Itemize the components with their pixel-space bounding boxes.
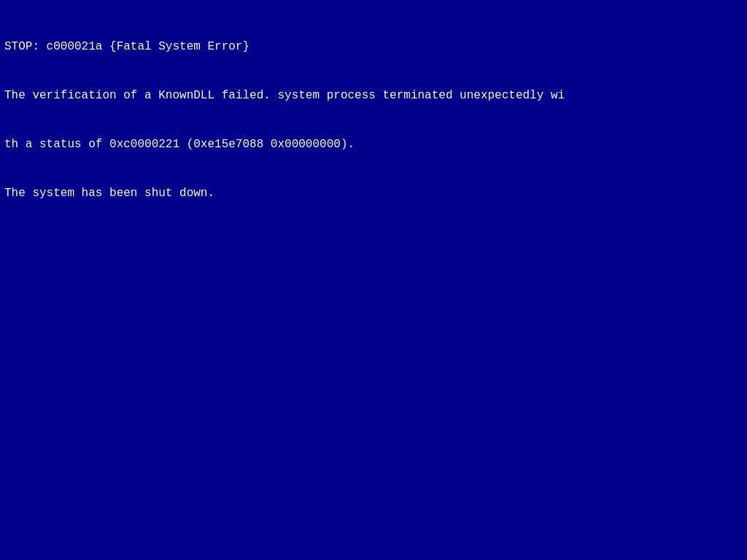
error-line-2: The verification of a KnownDLL failed. s… <box>4 88 743 104</box>
error-line-3: th a status of 0xc0000221 (0xe15e7088 0x… <box>4 136 743 152</box>
error-line-4: The system has been shut down. <box>4 185 743 201</box>
error-line-1: STOP: c000021a {Fatal System Error} <box>4 39 743 55</box>
bsod-screen: STOP: c000021a {Fatal System Error} The … <box>0 0 747 560</box>
